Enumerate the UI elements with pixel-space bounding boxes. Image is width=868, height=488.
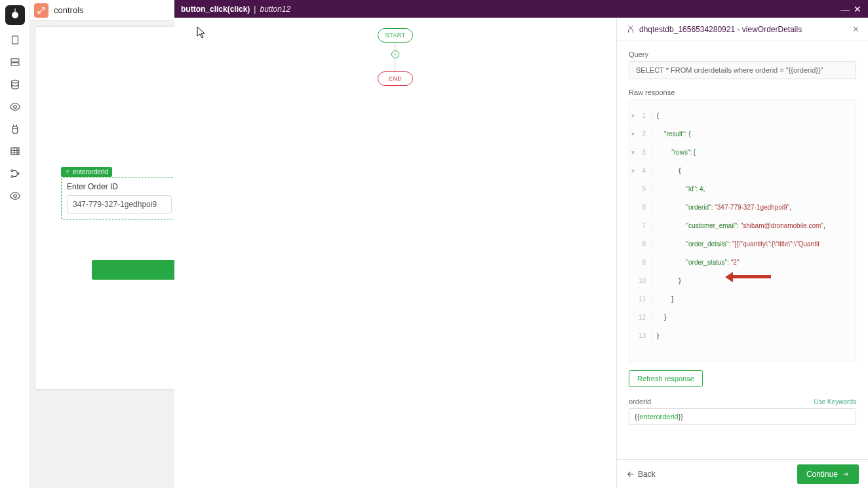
sidebar-item-table[interactable]: [6, 142, 24, 160]
widget-tag: enterorderid: [61, 167, 112, 177]
panel-header-separator: |: [254, 5, 256, 14]
flow-add-node[interactable]: +: [391, 50, 399, 58]
query-label: Query: [629, 50, 856, 58]
minimize-icon[interactable]: —: [840, 5, 850, 14]
refresh-response-button[interactable]: Refresh response: [629, 370, 703, 387]
annotation-arrow: [725, 274, 771, 279]
back-button[interactable]: Back: [626, 470, 656, 479]
widget-input-box: Enter Order ID: [61, 178, 178, 219]
svg-point-6: [11, 170, 13, 172]
param-orderid-label: orderid: [629, 398, 651, 405]
use-keywords-link[interactable]: Use Keywords: [814, 398, 856, 405]
database-icon: [626, 25, 635, 34]
logo-icon: [5, 5, 25, 25]
submit-button[interactable]: [92, 260, 177, 280]
query-input[interactable]: SELECT * FROM orderdetails where orderid…: [629, 61, 856, 79]
sidebar-item-database[interactable]: [6, 75, 24, 94]
widget-enterorderid[interactable]: enterorderid Enter Order ID: [61, 166, 178, 219]
raw-response-code[interactable]: ▾1{ ▾2 "result": { ▾3 "rows": [ ▾4 { 5 "…: [629, 99, 856, 362]
svg-rect-5: [11, 148, 19, 155]
inspector-body: Query SELECT * FROM orderdetails where o…: [617, 41, 868, 459]
arrow-right-icon: [842, 470, 850, 478]
param-orderid-row: orderid Use Keywords {{enterorderid}}: [629, 398, 856, 425]
inspector-footer: Back Continue: [617, 459, 868, 488]
svg-point-7: [11, 176, 13, 178]
inspector-pane: dhqtestdb_1656534280921 - viewOrderDetai…: [616, 18, 868, 488]
action-panel: button_click(click) | button12 — ✕ START…: [174, 0, 868, 488]
sidebar-item-layers[interactable]: [6, 53, 24, 71]
sidebar-item-workflow[interactable]: [6, 164, 24, 183]
panel-target-name: button12: [260, 5, 290, 14]
sidebar-item-plugin[interactable]: [6, 120, 24, 138]
continue-button[interactable]: Continue: [797, 464, 859, 484]
svg-point-9: [13, 195, 16, 198]
svg-rect-1: [11, 59, 19, 62]
app-logo[interactable]: [5, 5, 25, 25]
inspector-close-icon[interactable]: ×: [853, 24, 859, 35]
raw-response-label: Raw response: [629, 88, 856, 96]
inspector-header: dhqtestdb_1656534280921 - viewOrderDetai…: [617, 18, 868, 41]
widget-input-label: Enter Order ID: [67, 182, 172, 191]
inspector-title: dhqtestdb_1656534280921 - viewOrderDetai…: [639, 25, 802, 34]
svg-rect-2: [11, 63, 19, 66]
flow-end-node[interactable]: END: [378, 71, 413, 86]
svg-point-4: [13, 105, 16, 109]
flow-canvas[interactable]: START + END: [174, 18, 616, 488]
sidebar-item-visibility[interactable]: [6, 98, 24, 116]
flow-start-node[interactable]: START: [378, 28, 413, 43]
arrow-left-icon: [626, 470, 635, 479]
sidebar-item-preview[interactable]: [6, 187, 24, 205]
left-icon-sidebar: [0, 0, 30, 488]
widget-tag-label: enterorderid: [73, 168, 108, 176]
panel-event-name: button_click(click): [181, 5, 250, 14]
param-orderid-input[interactable]: {{enterorderid}}: [629, 408, 856, 425]
svg-rect-0: [12, 36, 18, 44]
sidebar-item-file[interactable]: [6, 31, 24, 49]
svg-point-8: [17, 173, 19, 175]
panel-header: button_click(click) | button12 — ✕: [174, 0, 868, 18]
svg-point-3: [11, 80, 18, 83]
close-icon[interactable]: ✕: [854, 5, 861, 14]
screen-type-icon: [34, 3, 49, 18]
order-id-input[interactable]: [67, 195, 172, 214]
